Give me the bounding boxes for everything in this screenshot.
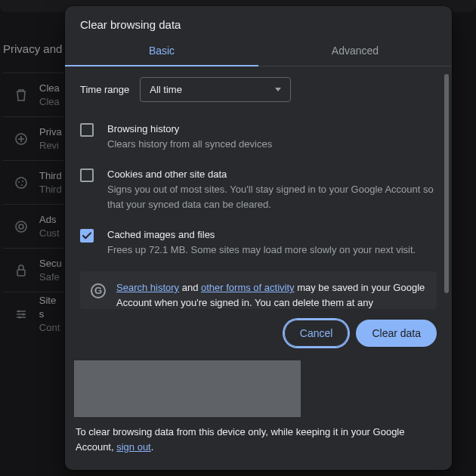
option-title: Cookies and other site data: [107, 167, 437, 182]
option-row-cache: Cached images and files Frees up 72.1 MB…: [80, 220, 437, 265]
option-desc: Clears history from all synced devices: [107, 137, 272, 152]
checkbox-history[interactable]: [80, 123, 94, 137]
time-range-label: Time range: [80, 84, 129, 95]
dialog-tabs: Basic Advanced: [65, 37, 452, 66]
checkbox-cookies[interactable]: [80, 168, 94, 182]
cancel-button[interactable]: Cancel: [284, 320, 349, 347]
option-desc: Frees up 72.1 MB. Some sites may load mo…: [107, 243, 416, 258]
time-range-row: Time range All time: [80, 77, 437, 102]
scrollbar-thumb[interactable]: [444, 74, 449, 293]
clear-browsing-data-dialog: Clear browsing data Basic Advanced Time …: [65, 6, 452, 470]
option-desc: Signs you out of most sites. You'll stay…: [107, 182, 437, 212]
time-range-select[interactable]: All time: [140, 77, 291, 102]
grey-placeholder-block: [74, 360, 301, 417]
tab-advanced[interactable]: Advanced: [258, 37, 452, 66]
option-title: Browsing history: [107, 122, 272, 137]
dialog-title: Clear browsing data: [65, 6, 452, 37]
link-other-activity[interactable]: other forms of activity: [201, 282, 295, 293]
link-sign-out[interactable]: sign out: [116, 441, 151, 453]
dialog-actions: Cancel Clear data: [65, 309, 452, 357]
checkbox-cache[interactable]: [80, 229, 94, 243]
dialog-body: Time range All time Browsing history Cle…: [65, 66, 452, 309]
option-title: Cached images and files: [107, 227, 416, 243]
dialog-footer-text: To clear browsing data from this device …: [65, 417, 452, 470]
option-row-history: Browsing history Clears history from all…: [80, 114, 437, 159]
link-search-history[interactable]: Search history: [116, 282, 179, 293]
info-card-text: Search history and other forms of activi…: [116, 280, 426, 300]
time-range-value: All time: [150, 84, 182, 95]
tab-basic[interactable]: Basic: [65, 37, 258, 66]
chevron-down-icon: [275, 88, 281, 91]
clear-data-button[interactable]: Clear data: [356, 320, 437, 347]
google-account-info-card: G Search history and other forms of acti…: [80, 271, 437, 309]
google-logo-icon: G: [91, 283, 106, 298]
option-row-cookies: Cookies and other site data Signs you ou…: [80, 159, 437, 220]
